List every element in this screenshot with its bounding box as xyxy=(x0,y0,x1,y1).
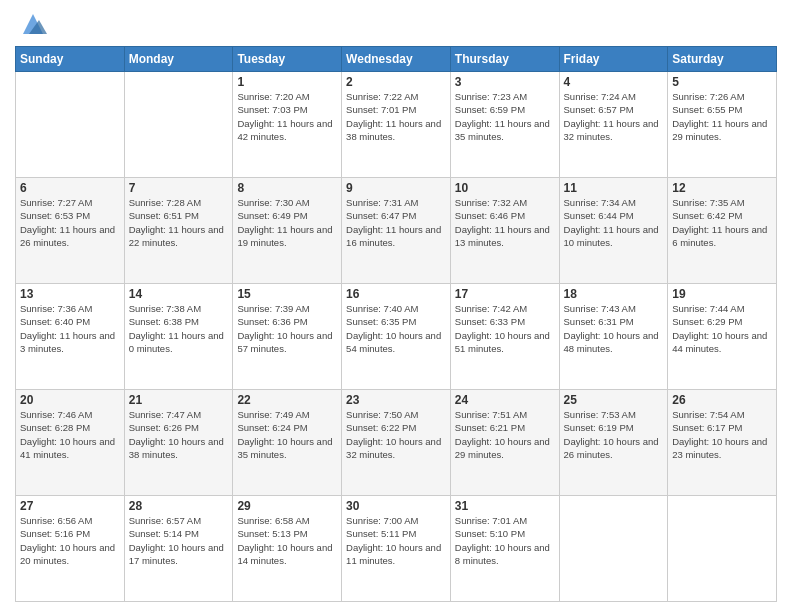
calendar-cell: 17Sunrise: 7:42 AM Sunset: 6:33 PM Dayli… xyxy=(450,284,559,390)
calendar-cell: 29Sunrise: 6:58 AM Sunset: 5:13 PM Dayli… xyxy=(233,496,342,602)
day-info: Sunrise: 7:38 AM Sunset: 6:38 PM Dayligh… xyxy=(129,302,229,355)
weekday-header: Sunday xyxy=(16,47,125,72)
day-number: 27 xyxy=(20,499,120,513)
weekday-header: Wednesday xyxy=(342,47,451,72)
calendar-cell: 19Sunrise: 7:44 AM Sunset: 6:29 PM Dayli… xyxy=(668,284,777,390)
day-info: Sunrise: 7:46 AM Sunset: 6:28 PM Dayligh… xyxy=(20,408,120,461)
day-info: Sunrise: 7:30 AM Sunset: 6:49 PM Dayligh… xyxy=(237,196,337,249)
logo xyxy=(15,10,47,38)
day-number: 16 xyxy=(346,287,446,301)
day-info: Sunrise: 7:01 AM Sunset: 5:10 PM Dayligh… xyxy=(455,514,555,567)
calendar-cell: 12Sunrise: 7:35 AM Sunset: 6:42 PM Dayli… xyxy=(668,178,777,284)
day-number: 4 xyxy=(564,75,664,89)
day-number: 17 xyxy=(455,287,555,301)
day-info: Sunrise: 7:23 AM Sunset: 6:59 PM Dayligh… xyxy=(455,90,555,143)
day-number: 30 xyxy=(346,499,446,513)
day-number: 5 xyxy=(672,75,772,89)
day-number: 31 xyxy=(455,499,555,513)
calendar-cell: 30Sunrise: 7:00 AM Sunset: 5:11 PM Dayli… xyxy=(342,496,451,602)
logo-icon xyxy=(19,10,47,38)
day-info: Sunrise: 7:28 AM Sunset: 6:51 PM Dayligh… xyxy=(129,196,229,249)
day-number: 11 xyxy=(564,181,664,195)
calendar-cell: 28Sunrise: 6:57 AM Sunset: 5:14 PM Dayli… xyxy=(124,496,233,602)
calendar-cell xyxy=(124,72,233,178)
day-number: 3 xyxy=(455,75,555,89)
day-info: Sunrise: 7:43 AM Sunset: 6:31 PM Dayligh… xyxy=(564,302,664,355)
calendar-cell: 5Sunrise: 7:26 AM Sunset: 6:55 PM Daylig… xyxy=(668,72,777,178)
day-number: 24 xyxy=(455,393,555,407)
day-number: 26 xyxy=(672,393,772,407)
calendar-header: SundayMondayTuesdayWednesdayThursdayFrid… xyxy=(16,47,777,72)
calendar-cell: 20Sunrise: 7:46 AM Sunset: 6:28 PM Dayli… xyxy=(16,390,125,496)
day-number: 20 xyxy=(20,393,120,407)
day-number: 13 xyxy=(20,287,120,301)
calendar-cell: 7Sunrise: 7:28 AM Sunset: 6:51 PM Daylig… xyxy=(124,178,233,284)
day-number: 18 xyxy=(564,287,664,301)
calendar-cell: 2Sunrise: 7:22 AM Sunset: 7:01 PM Daylig… xyxy=(342,72,451,178)
calendar-cell: 26Sunrise: 7:54 AM Sunset: 6:17 PM Dayli… xyxy=(668,390,777,496)
day-number: 15 xyxy=(237,287,337,301)
day-info: Sunrise: 7:39 AM Sunset: 6:36 PM Dayligh… xyxy=(237,302,337,355)
day-info: Sunrise: 7:42 AM Sunset: 6:33 PM Dayligh… xyxy=(455,302,555,355)
calendar-cell: 21Sunrise: 7:47 AM Sunset: 6:26 PM Dayli… xyxy=(124,390,233,496)
day-number: 8 xyxy=(237,181,337,195)
day-info: Sunrise: 7:34 AM Sunset: 6:44 PM Dayligh… xyxy=(564,196,664,249)
weekday-row: SundayMondayTuesdayWednesdayThursdayFrid… xyxy=(16,47,777,72)
weekday-header: Friday xyxy=(559,47,668,72)
calendar-week: 1Sunrise: 7:20 AM Sunset: 7:03 PM Daylig… xyxy=(16,72,777,178)
calendar-cell: 16Sunrise: 7:40 AM Sunset: 6:35 PM Dayli… xyxy=(342,284,451,390)
calendar-cell: 14Sunrise: 7:38 AM Sunset: 6:38 PM Dayli… xyxy=(124,284,233,390)
day-number: 29 xyxy=(237,499,337,513)
calendar-cell: 6Sunrise: 7:27 AM Sunset: 6:53 PM Daylig… xyxy=(16,178,125,284)
day-info: Sunrise: 7:32 AM Sunset: 6:46 PM Dayligh… xyxy=(455,196,555,249)
calendar-cell: 10Sunrise: 7:32 AM Sunset: 6:46 PM Dayli… xyxy=(450,178,559,284)
day-number: 12 xyxy=(672,181,772,195)
day-number: 1 xyxy=(237,75,337,89)
weekday-header: Monday xyxy=(124,47,233,72)
day-info: Sunrise: 7:22 AM Sunset: 7:01 PM Dayligh… xyxy=(346,90,446,143)
calendar-cell: 22Sunrise: 7:49 AM Sunset: 6:24 PM Dayli… xyxy=(233,390,342,496)
calendar-cell: 1Sunrise: 7:20 AM Sunset: 7:03 PM Daylig… xyxy=(233,72,342,178)
day-number: 6 xyxy=(20,181,120,195)
day-info: Sunrise: 6:58 AM Sunset: 5:13 PM Dayligh… xyxy=(237,514,337,567)
day-info: Sunrise: 7:35 AM Sunset: 6:42 PM Dayligh… xyxy=(672,196,772,249)
day-number: 2 xyxy=(346,75,446,89)
calendar: SundayMondayTuesdayWednesdayThursdayFrid… xyxy=(15,46,777,602)
calendar-cell xyxy=(559,496,668,602)
day-info: Sunrise: 7:20 AM Sunset: 7:03 PM Dayligh… xyxy=(237,90,337,143)
day-number: 9 xyxy=(346,181,446,195)
calendar-cell: 11Sunrise: 7:34 AM Sunset: 6:44 PM Dayli… xyxy=(559,178,668,284)
calendar-cell xyxy=(668,496,777,602)
day-info: Sunrise: 7:50 AM Sunset: 6:22 PM Dayligh… xyxy=(346,408,446,461)
day-number: 19 xyxy=(672,287,772,301)
day-info: Sunrise: 7:49 AM Sunset: 6:24 PM Dayligh… xyxy=(237,408,337,461)
day-number: 22 xyxy=(237,393,337,407)
calendar-cell: 31Sunrise: 7:01 AM Sunset: 5:10 PM Dayli… xyxy=(450,496,559,602)
calendar-body: 1Sunrise: 7:20 AM Sunset: 7:03 PM Daylig… xyxy=(16,72,777,602)
day-info: Sunrise: 7:51 AM Sunset: 6:21 PM Dayligh… xyxy=(455,408,555,461)
calendar-cell: 18Sunrise: 7:43 AM Sunset: 6:31 PM Dayli… xyxy=(559,284,668,390)
calendar-cell xyxy=(16,72,125,178)
day-number: 21 xyxy=(129,393,229,407)
calendar-week: 13Sunrise: 7:36 AM Sunset: 6:40 PM Dayli… xyxy=(16,284,777,390)
day-number: 7 xyxy=(129,181,229,195)
calendar-week: 20Sunrise: 7:46 AM Sunset: 6:28 PM Dayli… xyxy=(16,390,777,496)
day-info: Sunrise: 7:00 AM Sunset: 5:11 PM Dayligh… xyxy=(346,514,446,567)
day-info: Sunrise: 7:24 AM Sunset: 6:57 PM Dayligh… xyxy=(564,90,664,143)
day-info: Sunrise: 7:36 AM Sunset: 6:40 PM Dayligh… xyxy=(20,302,120,355)
weekday-header: Thursday xyxy=(450,47,559,72)
calendar-cell: 13Sunrise: 7:36 AM Sunset: 6:40 PM Dayli… xyxy=(16,284,125,390)
calendar-week: 27Sunrise: 6:56 AM Sunset: 5:16 PM Dayli… xyxy=(16,496,777,602)
day-info: Sunrise: 6:56 AM Sunset: 5:16 PM Dayligh… xyxy=(20,514,120,567)
calendar-cell: 27Sunrise: 6:56 AM Sunset: 5:16 PM Dayli… xyxy=(16,496,125,602)
day-info: Sunrise: 7:40 AM Sunset: 6:35 PM Dayligh… xyxy=(346,302,446,355)
day-number: 10 xyxy=(455,181,555,195)
day-info: Sunrise: 7:53 AM Sunset: 6:19 PM Dayligh… xyxy=(564,408,664,461)
calendar-cell: 15Sunrise: 7:39 AM Sunset: 6:36 PM Dayli… xyxy=(233,284,342,390)
header xyxy=(15,10,777,38)
day-info: Sunrise: 7:26 AM Sunset: 6:55 PM Dayligh… xyxy=(672,90,772,143)
calendar-cell: 23Sunrise: 7:50 AM Sunset: 6:22 PM Dayli… xyxy=(342,390,451,496)
day-number: 25 xyxy=(564,393,664,407)
day-number: 28 xyxy=(129,499,229,513)
calendar-cell: 24Sunrise: 7:51 AM Sunset: 6:21 PM Dayli… xyxy=(450,390,559,496)
